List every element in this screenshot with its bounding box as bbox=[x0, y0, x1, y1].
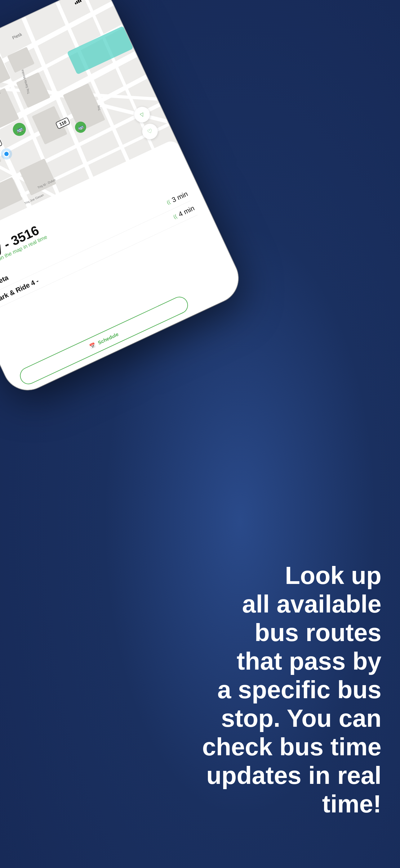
desc-line8: updates in real bbox=[206, 762, 381, 789]
calendar-icon: 📅 bbox=[88, 342, 96, 350]
signal-bars-icon bbox=[73, 0, 82, 5]
desc-line5: a specific bus bbox=[218, 676, 381, 704]
desc-line6: stop. You can bbox=[221, 704, 381, 732]
description-area: Look up all available bus routes that pa… bbox=[202, 561, 381, 818]
navigation-icon: ▽ bbox=[139, 111, 145, 118]
desc-line4: that pass by bbox=[237, 647, 381, 675]
wifi-icon bbox=[81, 0, 88, 1]
desc-line9: time! bbox=[322, 790, 381, 818]
desc-line1: Look up bbox=[285, 562, 381, 589]
bus-icon-main: 🚌 bbox=[15, 125, 24, 134]
svg-rect-45 bbox=[75, 2, 76, 5]
realtime-icon-1: (( bbox=[166, 199, 171, 206]
desc-line3: bus routes bbox=[255, 619, 381, 646]
description-text: Look up all available bus routes that pa… bbox=[202, 561, 381, 818]
svg-rect-46 bbox=[76, 1, 78, 4]
desc-line7: check bus time bbox=[202, 733, 381, 761]
realtime-icon-2: (( bbox=[173, 213, 178, 220]
schedule-button-label: Schedule bbox=[97, 331, 120, 345]
bus-icon-4: 🚌 bbox=[76, 123, 85, 131]
desc-line2: all available bbox=[242, 590, 381, 618]
heart-icon: ♡ bbox=[146, 127, 154, 136]
